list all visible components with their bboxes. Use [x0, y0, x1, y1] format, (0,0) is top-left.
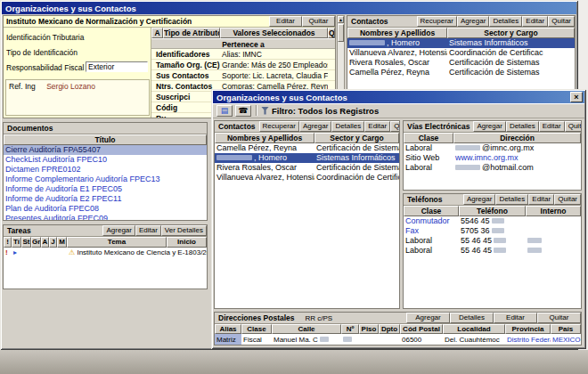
front-window-titlebar[interactable]: Organizaciones y sus Contactos × [213, 91, 584, 103]
emails-action-button[interactable]: Detalles [506, 121, 539, 132]
address-column-header[interactable]: Localidad [443, 324, 505, 334]
document-row[interactable]: CheckList Auditoría FPEC10 [4, 155, 207, 165]
col-header-clase[interactable]: Clase [404, 206, 459, 216]
address-row[interactable]: Matriz Fiscal Manuel Ma. C 06500 Del. Cu… [215, 334, 581, 346]
address-column-header[interactable]: Calle [272, 324, 341, 334]
tasks-action-button[interactable]: Ver Detalles [161, 225, 207, 236]
task-column-header[interactable]: ! [4, 237, 12, 248]
tasks-action-button[interactable]: Editar [135, 225, 161, 236]
col-header-direccion[interactable]: Dirección [453, 133, 581, 143]
col-header-telefono[interactable]: Teléfono [459, 206, 526, 216]
phone-row[interactable]: Laboral 55 46 45 [404, 236, 581, 246]
task-column-header[interactable]: Gr [31, 237, 41, 248]
attr-column-header[interactable]: Q [328, 28, 335, 38]
filter-label[interactable]: Filtro: Todos los Registros [272, 106, 379, 116]
contacts-action-button[interactable]: Editar [364, 121, 390, 132]
addresses-action-button[interactable]: Editar [494, 313, 537, 323]
address-column-header[interactable]: Dpto [379, 324, 400, 334]
col-header-titulo[interactable]: Título [4, 134, 207, 145]
reference-box[interactable]: Ref. Ing Sergio Lozano [5, 79, 150, 116]
col-header-interno[interactable]: Interno [526, 206, 581, 216]
attr-column-header[interactable]: Valores Seleccionados [220, 28, 328, 38]
phones-action-button[interactable]: Quitar [554, 194, 581, 205]
phone-row[interactable]: Conmutador 5546 45 [404, 216, 581, 226]
email-row[interactable]: Laboral @hotmail.com [404, 163, 581, 173]
phones-action-button[interactable]: Agregar [463, 194, 495, 205]
emails-action-button[interactable]: Quitar [565, 121, 582, 132]
col-header-names[interactable]: Nombres y Apellidos [215, 133, 314, 143]
document-row[interactable]: Plan de Auditoría FPEC08 [4, 204, 207, 214]
task-column-header[interactable]: St [21, 237, 31, 248]
attr-section-row[interactable]: Pertenece a [151, 38, 335, 49]
task-column-header[interactable]: A [41, 237, 49, 248]
task-column-header[interactable]: M [57, 237, 67, 248]
phone-row[interactable]: Laboral 55 46 45 [404, 246, 581, 256]
address-column-header[interactable]: Clase [241, 324, 272, 334]
contacts-action-button[interactable]: Recuperar [259, 121, 299, 132]
document-row[interactable]: Informe de Auditoría E1 FPEC05 [4, 184, 207, 194]
responsabilidad-fiscal-input[interactable]: Exterior [86, 61, 148, 72]
contact-row[interactable]: , Homero Sistemas Informáticos [215, 153, 399, 163]
contact-row[interactable]: Rivera Rosales, Oscar Certificación de S… [347, 58, 575, 68]
document-row[interactable]: Dictamen FPRE0102 [4, 165, 207, 175]
document-row[interactable]: Cierre Auditoría FPA55407 [4, 145, 207, 155]
task-column-header[interactable]: Inicio [167, 237, 207, 248]
contacts-action-button[interactable]: Quitar [548, 16, 575, 27]
attribute-row[interactable]: Sus Contactos Soporte: Lic. Lacreta, Cla… [151, 70, 335, 81]
address-column-header[interactable]: Piso [359, 324, 379, 334]
contact-row[interactable]: , Homero Sistemas Informáticos [347, 38, 575, 48]
addresses-action-button[interactable]: Agregar [406, 313, 450, 323]
emails-action-button[interactable]: Editar [539, 121, 565, 132]
address-column-header[interactable]: Alias [215, 324, 241, 334]
contacts-action-button[interactable]: Editar [522, 16, 548, 27]
email-row[interactable]: Sitio Web www.imnc.org.mx [404, 153, 581, 163]
close-button[interactable]: × [570, 92, 583, 102]
document-row[interactable]: Informe Complementario Auditoría FPEC13 [4, 175, 207, 184]
addresses-action-button[interactable]: Quitar [537, 313, 581, 323]
phone-row[interactable]: Fax 5705 36 [404, 226, 581, 236]
col-header-names[interactable]: Nombres y Apellidos [347, 28, 447, 38]
task-column-header[interactable]: Tema [67, 237, 167, 248]
attr-column-header[interactable]: Tipo de Atributo [163, 28, 220, 38]
contacts-action-button[interactable]: Agregar [457, 16, 489, 27]
col-header-clase[interactable]: Clase [404, 133, 453, 143]
emails-action-button[interactable]: Agregar [473, 121, 505, 132]
scroll-up-icon[interactable]: ▲ [338, 16, 344, 23]
email-row[interactable]: Laboral @imnc.org.mx [404, 143, 581, 153]
back-window-titlebar[interactable]: Organizaciones y sus Contactos [2, 2, 576, 14]
phone-toolbar-button[interactable]: ☎ [235, 105, 251, 117]
address-column-header[interactable]: Provincia [505, 324, 551, 334]
col-header-sector[interactable]: Sector y Cargo [314, 133, 399, 143]
document-row[interactable]: Informe de Auditoría E2 FPEC11 [4, 194, 207, 204]
contacts-action-button[interactable]: Detalles [489, 16, 522, 27]
attribute-row[interactable]: Tamaño Org. (CE) Grande: Más de 250 Empl… [151, 60, 335, 70]
contacts-action-button[interactable]: Recuperar [417, 16, 457, 27]
task-column-header[interactable]: J [49, 237, 57, 248]
scrollbar-thumb[interactable] [338, 24, 344, 42]
phones-action-button[interactable]: Detalles [495, 194, 528, 205]
addresses-action-button[interactable]: Detalles [450, 313, 494, 323]
organization-action-button[interactable]: Editar [269, 16, 302, 27]
contact-row[interactable]: Villanueva Alvarez, Hotensia Coordinació… [347, 48, 575, 58]
organization-action-button[interactable]: Quitar [302, 16, 335, 27]
col-header-sector[interactable]: Sector y Cargo [447, 28, 575, 38]
address-column-header[interactable]: Nº [341, 324, 359, 334]
contact-cards-icon: ▤ [221, 106, 229, 115]
attr-column-header[interactable]: A [151, 28, 163, 38]
address-column-header[interactable]: País [551, 324, 581, 334]
contact-row[interactable]: Villanueva Alvarez, Hotensia Coordinació… [215, 173, 399, 183]
contacts-action-button[interactable]: Detalles [331, 121, 364, 132]
attribute-row[interactable]: Identificadores Alias: IMNC [151, 49, 335, 60]
tasks-action-button[interactable]: Agregar [102, 225, 135, 236]
document-row[interactable]: Presentes Auditoría FPEC09 [4, 214, 207, 221]
contact-row[interactable]: Camella Pérez, Reyna Certificación de Si… [347, 68, 575, 77]
contacts-action-button[interactable]: Quitar [390, 121, 400, 132]
contacts-action-button[interactable]: Agregar [299, 121, 331, 132]
phones-action-button[interactable]: Editar [528, 194, 554, 205]
contact-row[interactable]: Camella Pérez, Reyna Certificación de Si… [215, 143, 399, 153]
task-row[interactable]: ! ▸ ⚠ Instituto Mexicano de Ciencia y E-… [4, 248, 207, 258]
address-column-header[interactable]: Cód Postal [400, 324, 443, 334]
task-column-header[interactable]: Tí [12, 237, 21, 248]
contacts-cards-toolbar-button[interactable]: ▤ [216, 105, 233, 117]
contact-row[interactable]: Rivera Rosales, Oscar Certificación de S… [215, 163, 399, 173]
